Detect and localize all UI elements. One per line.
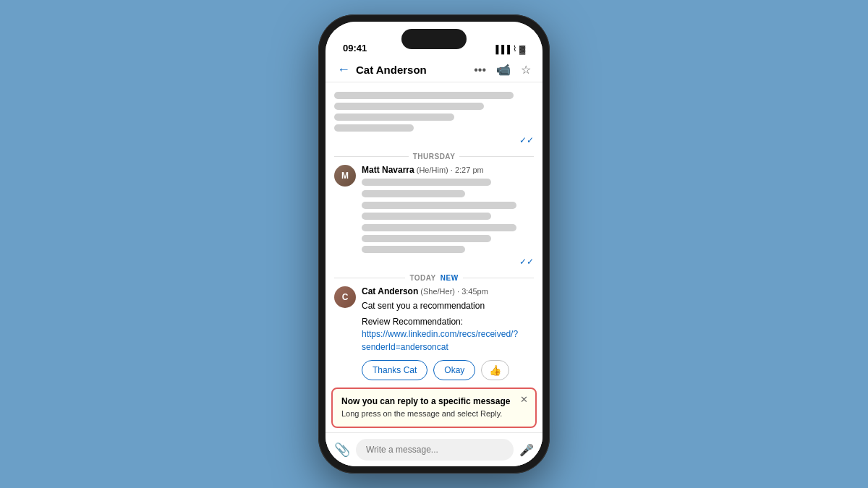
matt-name: Matt Navarra: [362, 165, 414, 175]
nav-title: Cat Anderson: [356, 64, 474, 76]
matt-pronouns: (He/Him): [417, 166, 448, 174]
back-button[interactable]: ←: [337, 62, 350, 77]
tooltip-body: Long press on the message and select Rep…: [341, 408, 527, 419]
quick-replies: Thanks Cat Okay 👍: [362, 360, 534, 380]
matt-avatar: M: [334, 165, 356, 187]
matt-msg-6: [362, 235, 491, 242]
attach-icon[interactable]: 📎: [334, 442, 350, 458]
signal-icon: ▐▐▐: [493, 45, 510, 53]
nav-bar: ← Cat Anderson ••• 📹 ☆: [326, 58, 542, 82]
video-call-button[interactable]: 📹: [496, 63, 511, 77]
cat-name: Cat Anderson: [362, 286, 418, 296]
mic-icon[interactable]: 🎤: [519, 443, 534, 457]
wifi-icon: ⌇: [513, 44, 516, 53]
review-label: Review Recommendation:: [362, 317, 534, 327]
matt-message-content: Matt Navarra (He/Him) · 2:27 pm ✓✓: [362, 165, 534, 267]
blurred-msg-2: [334, 103, 484, 110]
sent-check-1: ✓✓: [334, 135, 534, 145]
today-divider: TODAY NEW: [334, 274, 534, 282]
sent-check-2: ✓✓: [362, 257, 534, 267]
phone-frame: 09:41 ▐▐▐ ⌇ ▓ ← Cat Anderson ••• 📹 ☆: [318, 14, 550, 474]
new-badge: NEW: [441, 274, 459, 282]
cat-pronouns: (She/Her): [420, 287, 455, 296]
star-button[interactable]: ☆: [521, 63, 531, 77]
cat-avatar: C: [334, 286, 356, 308]
tooltip-close-button[interactable]: ✕: [520, 395, 528, 404]
cat-time: · 3:45pm: [457, 287, 488, 296]
matt-sender-info: Matt Navarra (He/Him) · 2:27 pm: [362, 165, 534, 175]
blurred-msg-1: [334, 92, 514, 99]
cat-sender-info: Cat Anderson (She/Her) · 3:45pm: [362, 286, 534, 296]
matt-msg-4: [362, 213, 491, 220]
thumbsup-button[interactable]: 👍: [481, 360, 509, 380]
tooltip-title: Now you can reply to a specific message: [341, 396, 527, 406]
matt-msg-7: [362, 246, 465, 253]
battery-icon: ▓: [519, 45, 525, 53]
more-options-button[interactable]: •••: [474, 64, 486, 77]
tooltip-notification: ✕ Now you can reply to a specific messag…: [331, 388, 537, 428]
matt-message-group: M Matt Navarra (He/Him) · 2:27 pm: [334, 165, 534, 267]
nav-actions: ••• 📹 ☆: [474, 63, 531, 77]
messages-scroll[interactable]: ✓✓ THURSDAY M Matt Navarra (He/Him) · 2:…: [326, 82, 542, 383]
blurred-msg-4: [334, 124, 414, 132]
blurred-msg-3: [334, 114, 454, 121]
cat-message-group: C Cat Anderson (She/Her) · 3:45pm Cat se…: [334, 286, 534, 380]
cat-message-text: Cat sent you a recommendation: [362, 299, 534, 312]
thanks-cat-button[interactable]: Thanks Cat: [362, 360, 427, 380]
dynamic-island: [401, 29, 467, 49]
messages-area: ✓✓ THURSDAY M Matt Navarra (He/Him) · 2:…: [326, 82, 542, 466]
thursday-divider: THURSDAY: [334, 153, 534, 160]
matt-time: · 2:27 pm: [451, 166, 484, 174]
cat-message-content: Cat Anderson (She/Her) · 3:45pm Cat sent…: [362, 286, 534, 380]
old-messages-group: ✓✓: [334, 92, 534, 145]
phone-screen: 09:41 ▐▐▐ ⌇ ▓ ← Cat Anderson ••• 📹 ☆: [326, 22, 542, 466]
message-input[interactable]: [356, 439, 514, 461]
matt-msg-2: [362, 190, 465, 197]
matt-msg-3: [362, 202, 516, 209]
input-bar: 📎 🎤: [326, 432, 542, 466]
review-link[interactable]: https://www.linkedin.com/recs/received/?…: [362, 329, 518, 352]
status-time: 09:41: [343, 43, 367, 53]
okay-button[interactable]: Okay: [433, 360, 475, 380]
matt-msg-5: [362, 224, 516, 231]
status-icons: ▐▐▐ ⌇ ▓: [493, 44, 525, 53]
matt-msg-1: [362, 179, 491, 186]
